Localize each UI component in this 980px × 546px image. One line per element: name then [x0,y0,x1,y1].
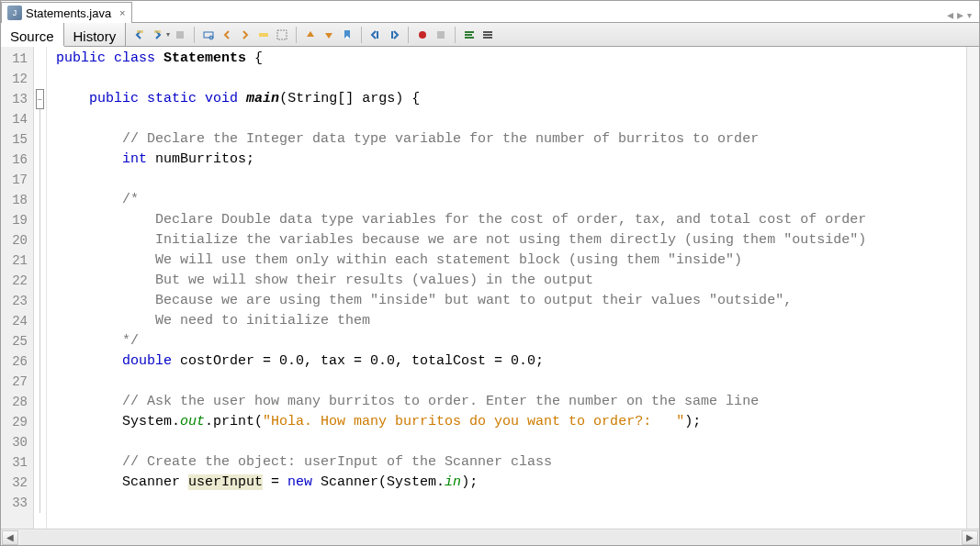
code-line[interactable]: // Declare the Integer data type variabl… [56,129,966,150]
fold-cell[interactable] [34,351,46,372]
fold-cell[interactable] [34,372,46,392]
line-number[interactable]: 26 [1,351,33,372]
fold-cell[interactable] [34,251,46,271]
nav-back-icon[interactable] [131,27,148,43]
prev-bookmark-icon[interactable] [302,27,319,43]
fold-gutter[interactable]: − [34,47,47,529]
fold-cell[interactable] [34,129,46,150]
next-bookmark-icon[interactable] [321,27,337,43]
line-number[interactable]: 11 [1,49,33,69]
comment-icon[interactable] [461,27,478,43]
shift-right-icon[interactable] [386,27,402,43]
line-number[interactable]: 19 [1,210,33,230]
code-line[interactable]: Declare Double data type variables for t… [56,210,966,230]
toggle-bookmark-icon[interactable] [339,27,355,43]
code-line[interactable] [56,69,966,89]
line-gutter[interactable]: 1112131415161718192021222324252627282930… [1,47,34,529]
last-edit-icon[interactable] [172,27,188,43]
code-line[interactable]: int numBurritos; [56,150,966,170]
macro-record-icon[interactable] [414,27,431,43]
line-number[interactable]: 31 [1,452,33,473]
code-line[interactable]: /* [56,190,966,210]
line-number[interactable]: 15 [1,129,33,150]
line-number[interactable]: 27 [1,372,33,392]
code-line[interactable]: // Create the object: userInput of the S… [56,452,966,473]
find-next-icon[interactable] [237,27,253,43]
fold-cell[interactable] [34,69,46,89]
fold-cell[interactable] [34,432,46,452]
line-number[interactable]: 28 [1,392,33,412]
code-line[interactable]: public static void main(String[] args) { [56,89,966,109]
nav-fwd-icon[interactable] [150,27,166,43]
tab-history[interactable]: History [64,23,127,46]
fold-cell[interactable] [34,392,46,412]
scroll-right-icon[interactable]: ▶ [962,530,978,545]
code-line[interactable]: public class Statements { [56,49,966,69]
dropdown-icon[interactable]: ▾ [166,30,170,39]
toggle-rect-sel-icon[interactable] [274,27,290,43]
error-stripe[interactable] [966,47,979,529]
fold-cell[interactable] [34,170,46,190]
line-number[interactable]: 29 [1,412,33,432]
tab-prev-icon[interactable]: ◂ [947,7,953,22]
fold-cell[interactable]: − [34,89,46,109]
line-number[interactable]: 25 [1,331,33,351]
toggle-highlight-icon[interactable] [255,27,272,43]
code-line[interactable]: But we will show their results (values) … [56,271,966,291]
fold-cell[interactable] [34,452,46,473]
code-line[interactable] [56,432,966,452]
code-line[interactable]: Because we are using them "inside" but w… [56,291,966,311]
code-line[interactable] [56,109,966,129]
code-line[interactable] [56,170,966,190]
tab-next-icon[interactable]: ▸ [957,7,963,22]
fold-cell[interactable] [34,150,46,170]
line-number[interactable]: 13 [1,89,33,109]
fold-cell[interactable] [34,210,46,230]
code-line[interactable]: System.out.print("Hola. How many burrito… [56,412,966,432]
fold-cell[interactable] [34,109,46,129]
line-number[interactable]: 17 [1,170,33,190]
horizontal-scrollbar[interactable]: ◀ ▶ [1,529,979,545]
scroll-left-icon[interactable]: ◀ [2,530,18,545]
code-line[interactable]: // Ask the user how many burritos to ord… [56,392,966,412]
line-number[interactable]: 22 [1,271,33,291]
fold-cell[interactable] [34,311,46,331]
code-line[interactable]: Scanner userInput = new Scanner(System.i… [56,473,966,493]
code-line[interactable]: We need to initialize them [56,311,966,331]
line-number[interactable]: 33 [1,493,33,513]
line-number[interactable]: 14 [1,109,33,129]
fold-cell[interactable] [34,291,46,311]
close-icon[interactable]: × [117,7,128,18]
editor[interactable]: 1112131415161718192021222324252627282930… [1,47,979,529]
code-line[interactable]: */ [56,331,966,351]
code-area[interactable]: public class Statements { public static … [47,47,966,529]
tab-source[interactable]: Source [1,23,64,46]
line-number[interactable]: 23 [1,291,33,311]
line-number[interactable]: 16 [1,150,33,170]
fold-cell[interactable] [34,473,46,493]
fold-toggle-icon[interactable]: − [36,89,44,109]
fold-cell[interactable] [34,493,46,513]
macro-stop-icon[interactable] [433,27,449,43]
line-number[interactable]: 30 [1,432,33,452]
fold-cell[interactable] [34,271,46,291]
shift-left-icon[interactable] [367,27,384,43]
line-number[interactable]: 20 [1,230,33,251]
fold-cell[interactable] [34,190,46,210]
line-number[interactable]: 18 [1,190,33,210]
fold-cell[interactable] [34,412,46,432]
code-line[interactable]: We will use them only within each statem… [56,251,966,271]
fold-cell[interactable] [34,49,46,69]
scroll-track[interactable] [20,530,960,545]
find-sel-icon[interactable] [200,27,217,43]
tab-list-icon[interactable]: ▾ [967,10,972,20]
code-line[interactable] [56,493,966,513]
fold-cell[interactable] [34,331,46,351]
line-number[interactable]: 24 [1,311,33,331]
code-line[interactable]: double costOrder = 0.0, tax = 0.0, total… [56,351,966,372]
fold-cell[interactable] [34,230,46,251]
code-line[interactable]: Initialize the variables because we are … [56,230,966,251]
line-number[interactable]: 32 [1,473,33,493]
code-line[interactable] [56,372,966,392]
line-number[interactable]: 12 [1,69,33,89]
